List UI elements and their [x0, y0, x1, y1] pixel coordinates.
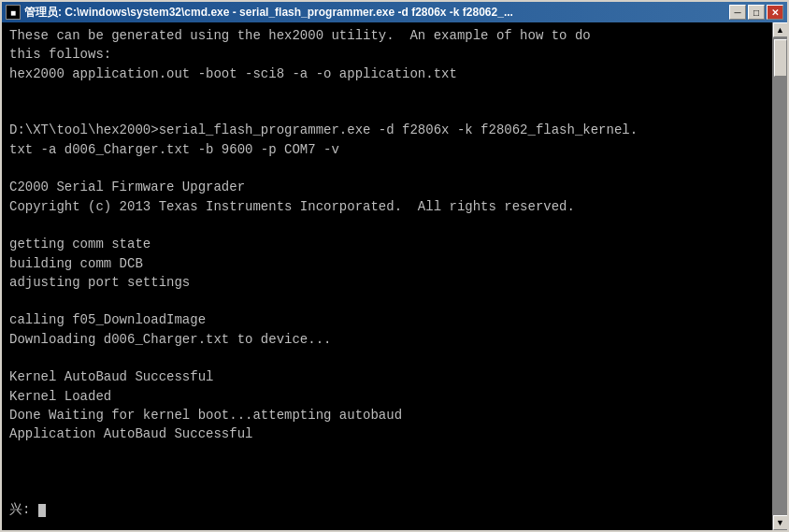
- cmd-window: ■ 管理员: C:\windows\system32\cmd.exe - ser…: [0, 0, 789, 532]
- console-line: building comm DCB: [9, 254, 765, 273]
- console-output: These can be generated using the hex2000…: [9, 26, 765, 520]
- console-line: [9, 482, 765, 500]
- scroll-track[interactable]: [773, 37, 787, 515]
- restore-button[interactable]: □: [748, 5, 765, 20]
- scroll-up-button[interactable]: ▲: [773, 22, 788, 37]
- console-line: this follows:: [9, 45, 765, 64]
- window-body: These can be generated using the hex2000…: [2, 22, 787, 530]
- console-line: Kernel AutoBaud Successful: [9, 367, 765, 386]
- window-controls: ─ □ ✕: [729, 5, 783, 20]
- console-line: Copyright (c) 2013 Texas Instruments Inc…: [9, 197, 765, 216]
- console-line: D:\XT\tool\hex2000>serial_flash_programm…: [9, 121, 765, 139]
- console-line: txt -a d006_Charger.txt -b 9600 -p COM7 …: [9, 140, 765, 159]
- scroll-down-button[interactable]: ▼: [773, 515, 788, 530]
- console-line: [9, 216, 765, 235]
- console-line: [9, 292, 765, 310]
- console-line: hex2000 application.out -boot -sci8 -a -…: [9, 65, 765, 83]
- console-line: getting comm state: [9, 235, 765, 253]
- console-line: [9, 444, 765, 463]
- console-line: [9, 83, 765, 102]
- minimize-button[interactable]: ─: [729, 5, 746, 20]
- scroll-thumb[interactable]: [774, 39, 787, 77]
- window-icon: ■: [6, 5, 21, 20]
- console-line: Kernel Loaded: [9, 387, 765, 406]
- console-line: [9, 349, 765, 367]
- console-line: Application AutoBaud Successful: [9, 424, 765, 443]
- console-line: C2000 Serial Firmware Upgrader: [9, 178, 765, 196]
- console-line: Downloading d006_Charger.txt to device..…: [9, 330, 765, 349]
- console-line: 兴:: [9, 500, 765, 519]
- console-line: These can be generated using the hex2000…: [9, 26, 765, 45]
- console-line: [9, 102, 765, 121]
- scrollbar[interactable]: ▲ ▼: [772, 22, 787, 530]
- console-line: adjusting port settings: [9, 273, 765, 292]
- title-bar: ■ 管理员: C:\windows\system32\cmd.exe - ser…: [2, 2, 787, 22]
- console-line: calling f05_DownloadImage: [9, 310, 765, 329]
- console-line: Done Waiting for kernel boot...attemptin…: [9, 406, 765, 424]
- close-button[interactable]: ✕: [767, 5, 783, 20]
- cursor: [38, 504, 46, 517]
- window-title: 管理员: C:\windows\system32\cmd.exe - seria…: [24, 5, 725, 21]
- console-line: [9, 463, 765, 482]
- console-area: These can be generated using the hex2000…: [2, 22, 772, 530]
- console-line: [9, 159, 765, 178]
